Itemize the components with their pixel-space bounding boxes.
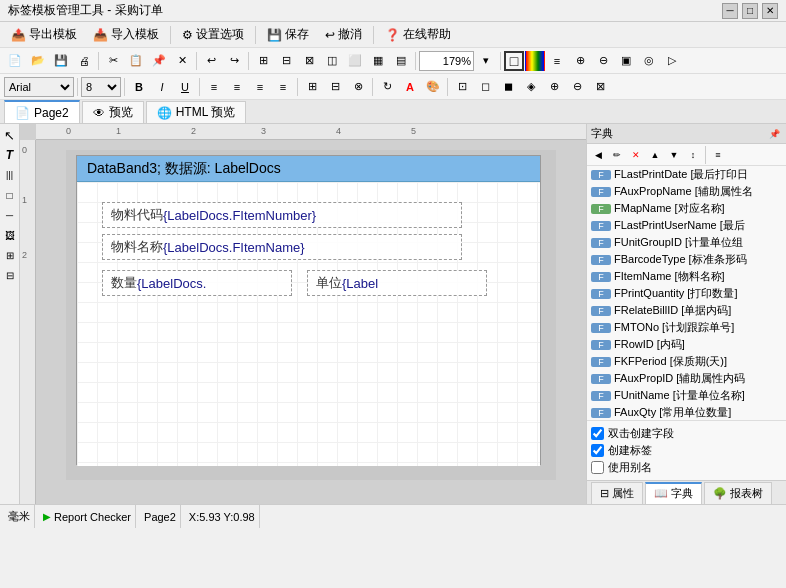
line-tool[interactable]: ─ (1, 206, 19, 224)
tb-font3[interactable]: ⊗ (347, 76, 369, 98)
tb-extra1[interactable]: ⊡ (451, 76, 473, 98)
tb-fill[interactable] (525, 51, 545, 71)
dict-item[interactable]: FFAuxPropName [辅助属性名 (587, 183, 786, 200)
field-quantity[interactable]: 数量 {LabelDocs. (102, 270, 292, 296)
table-tool[interactable]: ⊞ (1, 246, 19, 264)
text-tool[interactable]: T (1, 146, 19, 164)
dict-item[interactable]: FFAuxQty [常用单位数量] (587, 404, 786, 420)
dict-item[interactable]: FFKFPeriod [保质期(天)] (587, 353, 786, 370)
tb-extra7[interactable]: ⊠ (589, 76, 611, 98)
dict-down-button[interactable]: ▼ (665, 146, 683, 164)
field-unit[interactable]: 单位 {Label (307, 270, 487, 296)
italic-button[interactable]: I (151, 76, 173, 98)
dict-delete-button[interactable]: ✕ (627, 146, 645, 164)
align-right-button[interactable]: ≡ (249, 76, 271, 98)
tb-font-color[interactable]: A (399, 76, 421, 98)
dict-item[interactable]: FFItemName [物料名称] (587, 268, 786, 285)
create-label-checkbox[interactable] (591, 444, 604, 457)
align-center-button[interactable]: ≡ (226, 76, 248, 98)
tb-btn-extra4[interactable]: ▣ (615, 50, 637, 72)
dict-item[interactable]: FFMapName [对应名称] (587, 200, 786, 217)
double-click-checkbox[interactable] (591, 427, 604, 440)
save-button[interactable]: 💾 保存 (260, 23, 316, 46)
settings-button[interactable]: ⚙ 设置选项 (175, 23, 251, 46)
tb-font1[interactable]: ⊞ (301, 76, 323, 98)
redo-btn[interactable]: ↪ (223, 50, 245, 72)
import-template-button[interactable]: 📥 导入模板 (86, 23, 166, 46)
tb-extra4[interactable]: ◈ (520, 76, 542, 98)
dict-item[interactable]: FFUnitName [计量单位名称] (587, 387, 786, 404)
undo-btn[interactable]: ↩ (200, 50, 222, 72)
new-button[interactable]: 📄 (4, 50, 26, 72)
panel-pin-button[interactable]: 📌 (766, 126, 782, 142)
export-template-button[interactable]: 📤 导出模板 (4, 23, 84, 46)
field-tool[interactable]: ⊟ (1, 266, 19, 284)
tb-btn-extra3[interactable]: ⊖ (592, 50, 614, 72)
maximize-button[interactable]: □ (742, 3, 758, 19)
align-justify-button[interactable]: ≡ (272, 76, 294, 98)
dict-item[interactable]: FFRowID [内码] (587, 336, 786, 353)
dict-item[interactable]: FFLastPrintDate [最后打印日 (587, 166, 786, 183)
dict-up-button[interactable]: ▲ (646, 146, 664, 164)
zoom-dropdown[interactable]: ▾ (475, 50, 497, 72)
tb-btn-extra2[interactable]: ⊕ (569, 50, 591, 72)
cut-button[interactable]: ✂ (102, 50, 124, 72)
tb-grid3[interactable]: ⊠ (298, 50, 320, 72)
dict-back-button[interactable]: ◀ (589, 146, 607, 164)
tab-report-tree[interactable]: 🌳 报表树 (704, 482, 772, 504)
tb-align2[interactable]: ⬜ (344, 50, 366, 72)
underline-button[interactable]: U (174, 76, 196, 98)
tb-bg-color[interactable]: 🎨 (422, 76, 444, 98)
close-button[interactable]: ✕ (762, 3, 778, 19)
page-canvas[interactable]: DataBand3; 数据源: LabelDocs 物料代码 {LabelDoc… (76, 155, 541, 465)
tb-btn3[interactable]: 💾 (50, 50, 72, 72)
dict-item[interactable]: FFAuxPropID [辅助属性内码 (587, 370, 786, 387)
dict-sort-button[interactable]: ↕ (684, 146, 702, 164)
dict-item[interactable]: FFUnitGroupID [计量单位组 (587, 234, 786, 251)
use-alias-checkbox[interactable] (591, 461, 604, 474)
tb-extra3[interactable]: ◼ (497, 76, 519, 98)
dict-edit-button[interactable]: ✏ (608, 146, 626, 164)
dict-item[interactable]: FFBarcodeType [标准条形码 (587, 251, 786, 268)
shape-tool[interactable]: □ (1, 186, 19, 204)
image-tool[interactable]: 🖼 (1, 226, 19, 244)
tb-color[interactable]: □ (504, 51, 524, 71)
field-item-name[interactable]: 物料名称 {LabelDocs.FItemName} (102, 234, 462, 260)
font-size-select[interactable]: 8 (81, 77, 121, 97)
tb-extra6[interactable]: ⊖ (566, 76, 588, 98)
tb-extra5[interactable]: ⊕ (543, 76, 565, 98)
tb-grid1[interactable]: ⊞ (252, 50, 274, 72)
field-item-number[interactable]: 物料代码 {LabelDocs.FItemNumber} (102, 202, 462, 228)
tb-btn-extra6[interactable]: ▷ (661, 50, 683, 72)
tb-btn-extra5[interactable]: ◎ (638, 50, 660, 72)
tb-align1[interactable]: ◫ (321, 50, 343, 72)
tb-extra2[interactable]: ◻ (474, 76, 496, 98)
paste-button[interactable]: 📌 (148, 50, 170, 72)
bold-button[interactable]: B (128, 76, 150, 98)
font-family-select[interactable]: Arial (4, 77, 74, 97)
dict-item[interactable]: FFLastPrintUserName [最后 (587, 217, 786, 234)
tab-properties[interactable]: ⊟ 属性 (591, 482, 643, 504)
minimize-button[interactable]: ─ (722, 3, 738, 19)
delete-button[interactable]: ✕ (171, 50, 193, 72)
help-button[interactable]: ❓ 在线帮助 (378, 23, 458, 46)
tb-btn4[interactable]: 🖨 (73, 50, 95, 72)
tab-page2[interactable]: 📄 Page2 (4, 100, 80, 123)
undo-button[interactable]: ↩ 撤消 (318, 23, 369, 46)
zoom-input[interactable]: 179% (419, 51, 474, 71)
open-button[interactable]: 📂 (27, 50, 49, 72)
select-tool[interactable]: ↖ (1, 126, 19, 144)
align-left-button[interactable]: ≡ (203, 76, 225, 98)
tb-btn-extra1[interactable]: ≡ (546, 50, 568, 72)
dict-item[interactable]: FFMTONo [计划跟踪单号] (587, 319, 786, 336)
tab-html-preview[interactable]: 🌐 HTML 预览 (146, 101, 247, 123)
tb-rotate[interactable]: ↻ (376, 76, 398, 98)
dict-options-button[interactable]: ≡ (709, 146, 727, 164)
tab-preview[interactable]: 👁 预览 (82, 101, 144, 123)
barcode-tool[interactable]: ||| (1, 166, 19, 184)
tb-align3[interactable]: ▦ (367, 50, 389, 72)
tb-font2[interactable]: ⊟ (324, 76, 346, 98)
tb-align4[interactable]: ▤ (390, 50, 412, 72)
copy-button[interactable]: 📋 (125, 50, 147, 72)
dict-item[interactable]: FFRelateBillID [单据内码] (587, 302, 786, 319)
